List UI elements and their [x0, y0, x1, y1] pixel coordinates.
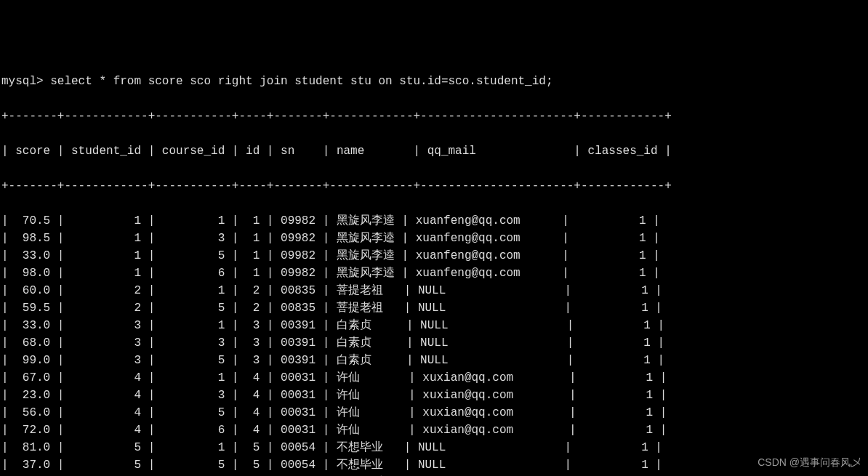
table-row: | 70.5 | 1 | 1 | 1 | 09982 | 黑旋风李逵 | xua…	[0, 212, 868, 230]
table-border-mid: +-------+------------+-----------+----+-…	[0, 177, 868, 195]
table-row: | 60.0 | 2 | 1 | 2 | 00835 | 菩提老祖 | NULL…	[0, 282, 868, 299]
watermark: CSDN @遇事问春风乄	[758, 455, 861, 470]
table-row: | 81.0 | 5 | 1 | 5 | 00054 | 不想毕业 | NULL…	[0, 439, 868, 456]
table-row: | 33.0 | 1 | 5 | 1 | 09982 | 黑旋风李逵 | xua…	[0, 247, 868, 265]
table-row: | 67.0 | 4 | 1 | 4 | 00031 | 许仙 | xuxian…	[0, 369, 868, 387]
sql-prompt[interactable]: mysql> select * from score sco right joi…	[0, 73, 868, 90]
table-row: | 98.0 | 1 | 6 | 1 | 09982 | 黑旋风李逵 | xua…	[0, 265, 868, 282]
table-row: | 33.0 | 3 | 1 | 3 | 00391 | 白素贞 | NULL …	[0, 317, 868, 334]
table-row: | 68.0 | 3 | 3 | 3 | 00391 | 白素贞 | NULL …	[0, 334, 868, 352]
table-header: | score | student_id | course_id | id | …	[0, 142, 868, 160]
table-row: | 99.0 | 3 | 5 | 3 | 00391 | 白素贞 | NULL …	[0, 352, 868, 369]
table-row: | 98.5 | 1 | 3 | 1 | 09982 | 黑旋风李逵 | xua…	[0, 230, 868, 247]
table-row: | 37.0 | 5 | 5 | 5 | 00054 | 不想毕业 | NULL…	[0, 456, 868, 474]
table-row: | 72.0 | 4 | 6 | 4 | 00031 | 许仙 | xuxian…	[0, 421, 868, 439]
table-row: | 59.5 | 2 | 5 | 2 | 00835 | 菩提老祖 | NULL…	[0, 299, 868, 317]
table-row: | 23.0 | 4 | 3 | 4 | 00031 | 许仙 | xuxian…	[0, 387, 868, 404]
table-border-top: +-------+------------+-----------+----+-…	[0, 108, 868, 125]
table-row: | 56.0 | 4 | 5 | 4 | 00031 | 许仙 | xuxian…	[0, 404, 868, 421]
